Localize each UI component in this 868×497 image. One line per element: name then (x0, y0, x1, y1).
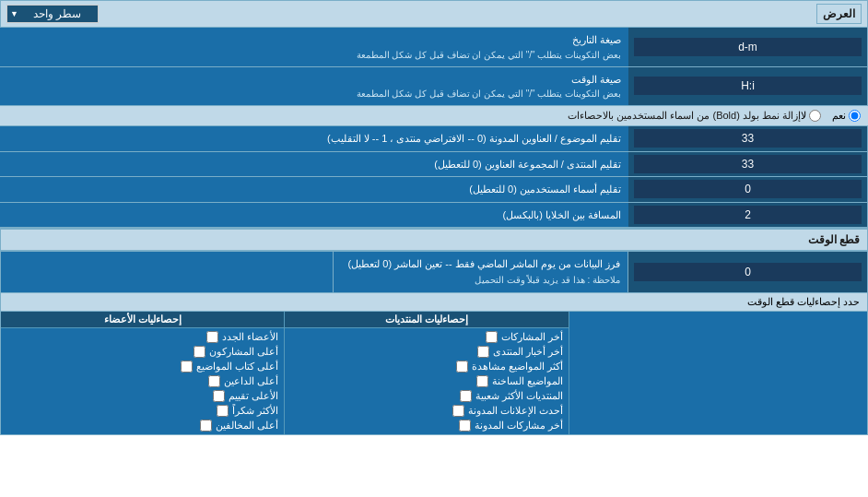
member-cb-7-input[interactable] (200, 420, 212, 432)
header-row: العرض سطر واحد سطرين ثلاثة أسطر (0, 0, 868, 28)
bold-remove-label: إزالة نمط بولد (Bold) من اسماء المستخدمي… (7, 110, 801, 122)
cutoff-input-cell (628, 252, 867, 292)
forum-cb-3-label: أكثر المواضيع مشاهدة (472, 361, 563, 373)
cell-spacing-input-cell (628, 203, 868, 228)
forum-cb-1-input[interactable] (486, 331, 498, 343)
forum-cb-1[interactable]: أخر المشاركات (290, 331, 562, 343)
forum-cb-4-label: المواضيع الساخنة (492, 375, 563, 387)
time-format-label: صيغة الوقت بعض التكوينات يتطلب "/" التي … (0, 67, 628, 106)
stats-apply-label (569, 312, 867, 434)
cutoff-section-title: قطع الوقت (808, 233, 860, 246)
member-cb-7-label: أعلى المخالفين (216, 420, 278, 432)
forum-cb-5-label: المنتديات الأكثر شعبية (475, 390, 563, 402)
forum-titles-label-text: تقليم المنتدى / المجموعة العناوين (0 للت… (7, 157, 621, 172)
topic-titles-row: تقليم الموضوع / العناوين المدونة (0 -- ا… (0, 126, 868, 152)
topic-titles-label-text: تقليم الموضوع / العناوين المدونة (0 -- ا… (7, 131, 621, 147)
member-cb-6[interactable]: الأكثر شكراً (6, 405, 278, 417)
time-format-main-label: صيغة الوقت (7, 72, 621, 88)
forum-cb-1-label: أخر المشاركات (501, 331, 563, 343)
cutoff-input[interactable] (634, 263, 862, 281)
topic-titles-input-cell (628, 126, 868, 151)
date-format-sub-label: بعض التكوينات يتطلب "/" التي يمكن ان تضا… (7, 48, 621, 62)
bold-radio-group: نعم لا (801, 110, 861, 122)
date-format-label: صيغة التاريخ بعض التكوينات يتطلب "/" الت… (0, 28, 628, 66)
forum-cb-3-input[interactable] (456, 361, 468, 373)
date-format-input[interactable] (634, 38, 862, 56)
forum-cb-5[interactable]: المنتديات الأكثر شعبية (290, 390, 562, 402)
member-cb-6-input[interactable] (217, 405, 229, 417)
cutoff-section-header: قطع الوقت (0, 228, 868, 251)
forums-column: إحصاءليات المنتديات أخر المشاركات أخر أخ… (285, 312, 569, 434)
time-format-sub-label: بعض التكوينات يتطلب "/" التي يمكن ان تضا… (7, 87, 621, 101)
cell-spacing-label: المسافة بين الخلايا (بالبكسل) (0, 203, 628, 228)
member-cb-1-input[interactable] (206, 331, 218, 343)
topic-titles-input[interactable] (634, 129, 862, 148)
user-names-input[interactable] (634, 180, 862, 198)
member-cb-3[interactable]: أعلى كتاب المواضيع (6, 361, 278, 373)
forum-cb-2-input[interactable] (477, 346, 489, 358)
member-cb-4-label: أعلى الداعين (224, 375, 278, 387)
forum-cb-6[interactable]: أحدث الإعلانات المدونة (290, 405, 562, 417)
forum-cb-7-input[interactable] (459, 420, 471, 432)
forum-cb-4-input[interactable] (476, 375, 488, 387)
checkbox-columns-wrapper: إحصاءليات المنتديات أخر المشاركات أخر أخ… (1, 312, 867, 434)
cutoff-label: فرز البيانات من يوم الماشر الماضي فقط --… (333, 252, 628, 292)
member-cb-4[interactable]: أعلى الداعين (6, 375, 278, 387)
date-format-input-cell (628, 28, 868, 66)
forums-col-items: أخر المشاركات أخر أخبار المنتدى أكثر الم… (285, 328, 568, 434)
time-format-input-cell (628, 67, 868, 106)
view-select-wrapper[interactable]: سطر واحد سطرين ثلاثة أسطر (6, 5, 99, 23)
bold-radio-no[interactable] (809, 110, 821, 122)
forum-cb-7[interactable]: أخر مشاركات المدونة (290, 420, 562, 432)
member-cb-3-label: أعلى كتاب المواضيع (196, 361, 278, 373)
member-cb-2[interactable]: أعلى المشاركون (6, 346, 278, 358)
time-format-input[interactable] (634, 77, 862, 95)
forum-cb-6-input[interactable] (452, 405, 464, 417)
cutoff-main-label: فرز البيانات من يوم الماشر الماضي فقط --… (348, 256, 620, 273)
member-cb-6-label: الأكثر شكراً (232, 405, 278, 417)
member-cb-5-label: الأعلى تقييم (229, 390, 278, 402)
forum-cb-3[interactable]: أكثر المواضيع مشاهدة (290, 361, 562, 373)
bold-radio-no-text: لا (801, 110, 806, 122)
members-col-items: الأعضاء الجدد أعلى المشاركون أعلى كتاب ا… (1, 328, 284, 434)
date-format-main-label: صيغة التاريخ (7, 32, 621, 48)
forums-col-title: إحصاءليات المنتديات (285, 312, 568, 328)
user-names-label-text: تقليم أسماء المستخدمين (0 للتعطيل) (7, 182, 621, 197)
cell-spacing-input[interactable] (634, 206, 862, 224)
forum-cb-6-label: أحدث الإعلانات المدونة (468, 405, 563, 417)
cell-spacing-label-text: المسافة بين الخلايا (بالبكسل) (7, 207, 621, 223)
member-cb-7[interactable]: أعلى المخالفين (6, 420, 278, 432)
bold-remove-row: نعم لا إزالة نمط بولد (Bold) من اسماء ال… (0, 106, 868, 126)
forum-cb-2[interactable]: أخر أخبار المنتدى (290, 346, 562, 358)
member-cb-3-input[interactable] (181, 361, 193, 373)
time-format-row: صيغة الوقت بعض التكوينات يتطلب "/" التي … (0, 67, 868, 107)
cutoff-stats-label: حدد إحصاءليات قطع الوقت (8, 296, 860, 308)
member-cb-5-input[interactable] (213, 390, 225, 402)
user-names-row: تقليم أسماء المستخدمين (0 للتعطيل) (0, 177, 868, 203)
cell-spacing-row: المسافة بين الخلايا (بالبكسل) (0, 203, 868, 229)
forum-cb-4[interactable]: المواضيع الساخنة (290, 375, 562, 387)
forum-titles-row: تقليم المنتدى / المجموعة العناوين (0 للت… (0, 152, 868, 178)
members-col-title: إحصاءليات الأعضاء (1, 312, 284, 328)
forum-cb-5-input[interactable] (460, 390, 472, 402)
view-select[interactable]: سطر واحد سطرين ثلاثة أسطر (6, 5, 99, 23)
bold-radio-no-label[interactable]: لا (801, 110, 821, 122)
member-cb-5[interactable]: الأعلى تقييم (6, 390, 278, 402)
topic-titles-label: تقليم الموضوع / العناوين المدونة (0 -- ا… (0, 126, 628, 151)
forum-titles-input[interactable] (634, 155, 862, 173)
user-names-input-cell (628, 177, 868, 202)
forum-cb-7-label: أخر مشاركات المدونة (475, 420, 563, 432)
cutoff-row: فرز البيانات من يوم الماشر الماضي فقط --… (0, 251, 868, 293)
user-names-label: تقليم أسماء المستخدمين (0 للتعطيل) (0, 177, 628, 202)
forum-titles-label: تقليم المنتدى / المجموعة العناوين (0 للت… (0, 152, 628, 177)
member-cb-2-input[interactable] (194, 346, 205, 358)
members-column: إحصاءليات الأعضاء الأعضاء الجدد أعلى الم… (1, 312, 285, 434)
checkboxes-header: حدد إحصاءليات قطع الوقت (1, 293, 867, 312)
date-format-row: صيغة التاريخ بعض التكوينات يتطلب "/" الت… (0, 28, 868, 67)
member-cb-4-input[interactable] (208, 375, 220, 387)
cutoff-note-label: ملاحظة : هذا قد يزيد قبلاً وقت التحميل (475, 273, 620, 288)
member-cb-1[interactable]: الأعضاء الجدد (6, 331, 278, 343)
member-cb-1-label: الأعضاء الجدد (222, 331, 278, 343)
bold-radio-yes[interactable] (849, 110, 861, 122)
bold-radio-yes-label[interactable]: نعم (832, 110, 861, 122)
